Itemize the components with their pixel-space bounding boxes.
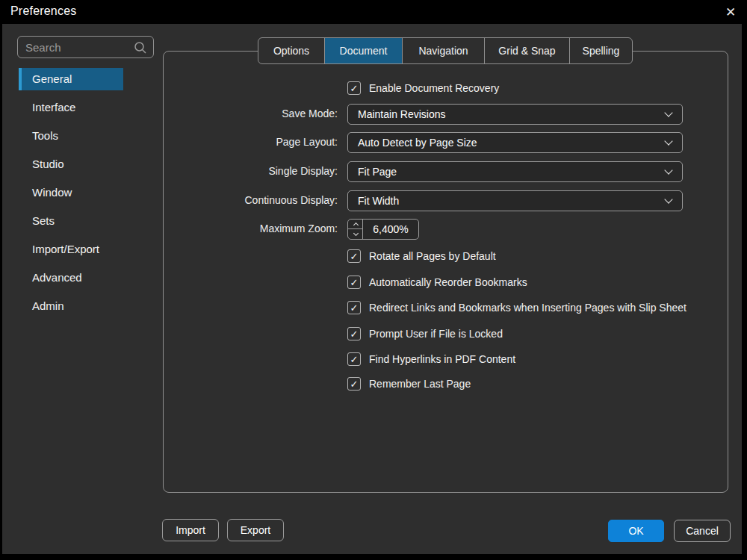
find-hyperlinks-checkbox[interactable]: ✓	[347, 352, 361, 366]
prompt-locked-checkbox[interactable]: ✓	[347, 327, 361, 340]
redirect-links-label: Redirect Links and Bookmarks when Insert…	[369, 302, 686, 314]
preferences-dialog: General Interface Tools Studio Window Se…	[2, 24, 742, 554]
remember-last-page-checkbox[interactable]: ✓	[347, 377, 361, 391]
import-button[interactable]: Import	[162, 519, 219, 541]
reorder-bookmarks-label: Automatically Reorder Bookmarks	[369, 276, 527, 288]
remember-last-page-row: ✓ Remember Last Page	[347, 376, 471, 391]
continuous-display-dropdown[interactable]: Fit Width	[347, 190, 683, 211]
continuous-display-value: Fit Width	[358, 191, 399, 211]
sidebar-item-studio[interactable]: Studio	[19, 153, 123, 175]
stepper-buttons	[348, 220, 363, 239]
search-icon	[134, 41, 147, 55]
redirect-links-row: ✓ Redirect Links and Bookmarks when Inse…	[347, 300, 686, 315]
sidebar-item-interface[interactable]: Interface	[19, 96, 123, 119]
close-icon[interactable]: ✕	[720, 2, 741, 22]
chevron-down-icon	[664, 108, 672, 116]
chevron-up-icon	[353, 223, 358, 228]
chevron-down-icon	[353, 231, 358, 236]
tab-grid-snap[interactable]: Grid & Snap	[484, 38, 569, 63]
page-layout-dropdown[interactable]: Auto Detect by Page Size	[347, 132, 683, 153]
chevron-down-icon	[664, 195, 672, 203]
sidebar-item-general[interactable]: General	[19, 68, 123, 90]
save-mode-value: Maintain Revisions	[358, 105, 446, 124]
export-button[interactable]: Export	[227, 519, 284, 541]
rotate-pages-row: ✓ Rotate all Pages by Default	[347, 249, 496, 264]
save-mode-dropdown[interactable]: Maintain Revisions	[347, 104, 683, 125]
sidebar-nav: General Interface Tools Studio Window Se…	[19, 68, 123, 323]
stepper-up-button[interactable]	[348, 220, 363, 229]
search-box[interactable]	[17, 36, 154, 58]
prompt-locked-row: ✓ Prompt User if File is Locked	[347, 326, 503, 341]
chevron-down-icon	[664, 166, 672, 174]
tab-options[interactable]: Options	[258, 38, 324, 63]
search-input[interactable]	[25, 37, 130, 57]
page-layout-value: Auto Detect by Page Size	[358, 133, 477, 152]
sidebar-item-admin[interactable]: Admin	[19, 295, 123, 317]
sidebar-item-import-export[interactable]: Import/Export	[19, 238, 123, 261]
continuous-display-label: Continuous Display:	[152, 194, 338, 206]
prompt-locked-label: Prompt User if File is Locked	[369, 328, 503, 340]
maximum-zoom-stepper: 6,400%	[347, 219, 419, 240]
save-mode-label: Save Mode:	[152, 108, 338, 119]
tab-navigation[interactable]: Navigation	[402, 38, 484, 63]
page-layout-label: Page Layout:	[152, 136, 338, 148]
reorder-bookmarks-checkbox[interactable]: ✓	[347, 276, 361, 289]
sidebar-item-tools[interactable]: Tools	[19, 125, 123, 147]
enable-document-recovery-checkbox[interactable]: ✓	[347, 81, 361, 95]
cancel-button[interactable]: Cancel	[674, 520, 731, 542]
preferences-window: Preferences ✕ General Interface Tools St…	[0, 0, 747, 560]
single-display-dropdown[interactable]: Fit Page	[347, 161, 683, 182]
tab-document[interactable]: Document	[324, 38, 402, 63]
find-hyperlinks-row: ✓ Find Hyperlinks in PDF Content	[347, 352, 515, 367]
sidebar-item-sets[interactable]: Sets	[19, 210, 123, 232]
single-display-label: Single Display:	[152, 165, 338, 177]
window-title: Preferences	[10, 4, 76, 18]
reorder-bookmarks-row: ✓ Automatically Reorder Bookmarks	[347, 275, 527, 290]
titlebar: Preferences ✕	[0, 0, 747, 24]
single-display-value: Fit Page	[358, 162, 397, 181]
maximum-zoom-value[interactable]: 6,400%	[363, 220, 418, 239]
rotate-pages-label: Rotate all Pages by Default	[369, 250, 496, 262]
enable-document-recovery-label: Enable Document Recovery	[369, 82, 499, 94]
redirect-links-checkbox[interactable]: ✓	[347, 301, 361, 314]
tab-spelling[interactable]: Spelling	[569, 38, 632, 63]
maximum-zoom-label: Maximum Zoom:	[152, 223, 338, 234]
find-hyperlinks-label: Find Hyperlinks in PDF Content	[369, 353, 515, 365]
ok-button[interactable]: OK	[608, 520, 664, 542]
rotate-pages-checkbox[interactable]: ✓	[347, 249, 361, 263]
stepper-down-button[interactable]	[348, 229, 363, 239]
tab-strip: Options Document Navigation Grid & Snap …	[258, 37, 633, 64]
remember-last-page-label: Remember Last Page	[369, 378, 471, 390]
sidebar-item-window[interactable]: Window	[19, 181, 123, 204]
enable-document-recovery-row: ✓ Enable Document Recovery	[347, 81, 499, 96]
chevron-down-icon	[664, 137, 672, 145]
sidebar-item-advanced[interactable]: Advanced	[19, 267, 123, 289]
